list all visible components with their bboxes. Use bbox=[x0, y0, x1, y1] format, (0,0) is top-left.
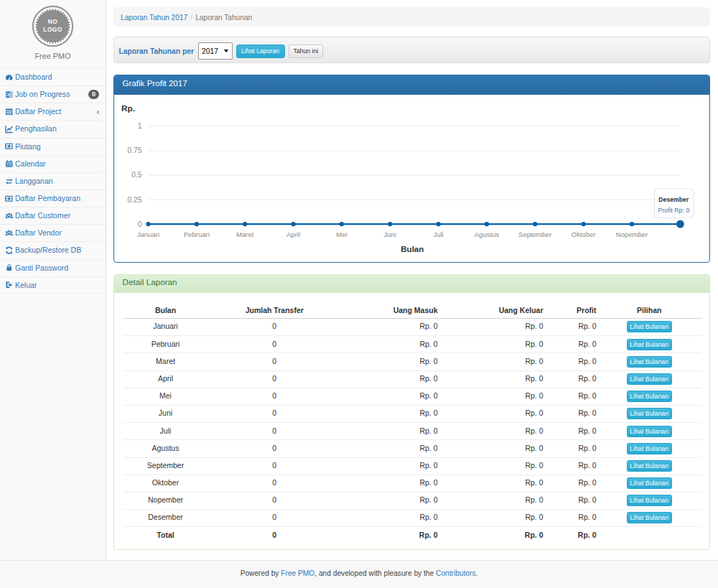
svg-text:September: September bbox=[518, 230, 551, 238]
svg-text:Juli: Juli bbox=[433, 230, 443, 238]
svg-text:Bulan: Bulan bbox=[401, 245, 424, 253]
svg-text:1: 1 bbox=[138, 122, 142, 130]
svg-text:LOGO: LOGO bbox=[43, 26, 62, 33]
svg-text:Profit Rp: 0: Profit Rp: 0 bbox=[658, 207, 689, 214]
svg-text:Pebruari: Pebruari bbox=[184, 230, 210, 238]
svg-text:Mei: Mei bbox=[336, 230, 347, 238]
svg-text:Juni: Juni bbox=[384, 230, 396, 238]
svg-text:0.25: 0.25 bbox=[127, 196, 141, 204]
svg-text:Oktober: Oktober bbox=[572, 230, 596, 238]
svg-text:0.5: 0.5 bbox=[131, 171, 142, 179]
svg-text:0: 0 bbox=[138, 220, 142, 228]
svg-text:Rp.: Rp. bbox=[121, 103, 135, 113]
svg-text:Agustus: Agustus bbox=[475, 230, 500, 238]
svg-text:Januari: Januari bbox=[137, 230, 159, 238]
svg-text:NO: NO bbox=[48, 18, 57, 25]
svg-text:Nopember: Nopember bbox=[616, 230, 648, 238]
svg-text:Maret: Maret bbox=[236, 230, 254, 238]
svg-text:April: April bbox=[286, 230, 300, 238]
svg-text:Desember: Desember bbox=[658, 196, 689, 203]
svg-text:0.75: 0.75 bbox=[127, 146, 141, 154]
